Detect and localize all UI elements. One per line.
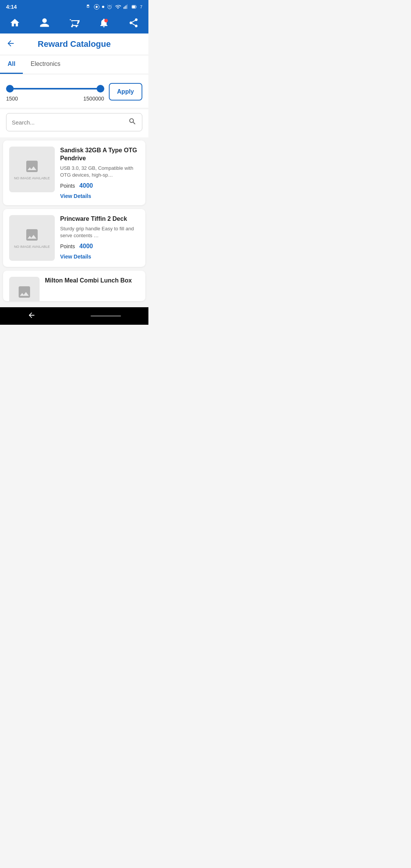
- range-max-label: 1500000: [83, 96, 104, 102]
- nav-share[interactable]: [128, 18, 139, 28]
- filter-row: 1500 1500000 Apply: [6, 82, 142, 102]
- battery-percent: 7: [140, 5, 142, 9]
- points-label: Points: [60, 183, 75, 189]
- nav-cart[interactable]: [69, 18, 80, 28]
- product-card: NO IMAGE AVAILABLE Princware Tiffin 2 De…: [3, 209, 145, 267]
- wifi-icon: [115, 4, 121, 10]
- product-info: Princware Tiffin 2 Deck Sturdy grip hand…: [60, 215, 139, 261]
- header: Reward Catalogue: [0, 34, 148, 55]
- nav-home[interactable]: [10, 18, 20, 28]
- apply-button[interactable]: Apply: [109, 83, 142, 101]
- range-thumb-right[interactable]: [97, 85, 104, 93]
- view-details-button[interactable]: View Details: [60, 193, 139, 199]
- product-description: Sturdy grip handle Easy to fill and serv…: [60, 225, 139, 239]
- product-image: NO IMAGE AVAILABLE: [9, 147, 55, 192]
- price-range-slider[interactable]: 1500 1500000: [6, 82, 104, 102]
- product-description: USB 3.0, 32 GB, Compatible with OTG devi…: [60, 165, 139, 179]
- status-icons: 7: [86, 4, 142, 10]
- filter-section: 1500 1500000 Apply: [0, 74, 148, 108]
- status-bar: 4:14 7: [0, 0, 148, 14]
- svg-rect-9: [127, 5, 127, 9]
- product-card: NO IMAGE AVAILABLE Sandisk 32GB A Type O…: [3, 140, 145, 205]
- svg-rect-8: [126, 5, 126, 9]
- back-button[interactable]: [6, 39, 15, 49]
- signal-icon: [123, 4, 129, 10]
- svg-rect-6: [123, 7, 124, 9]
- nav-notifications[interactable]: [99, 18, 109, 28]
- search-wrapper: [6, 113, 142, 131]
- product-card: Milton Meal Combi Lunch Box: [3, 271, 145, 301]
- dot-indicator: [102, 6, 104, 8]
- tab-all[interactable]: All: [0, 55, 23, 74]
- back-nav-icon[interactable]: [27, 311, 36, 321]
- points-label: Points: [60, 243, 75, 249]
- no-image-label: NO IMAGE AVAILABLE: [14, 176, 50, 180]
- product-name: Milton Meal Combi Lunch Box: [45, 277, 139, 285]
- search-icon[interactable]: [128, 117, 137, 127]
- sim-icon: [86, 4, 91, 10]
- status-time: 4:14: [6, 4, 17, 10]
- product-points: Points 4000: [60, 182, 139, 189]
- range-track: [6, 88, 104, 89]
- product-image: NO IMAGE AVAILABLE: [9, 215, 55, 261]
- svg-rect-7: [124, 6, 125, 9]
- range-thumb-left[interactable]: [6, 85, 14, 93]
- top-nav: [0, 14, 148, 34]
- points-value: 4000: [80, 243, 93, 249]
- tab-electronics[interactable]: Electronics: [23, 55, 68, 74]
- alarm-icon: [107, 4, 113, 10]
- product-name: Princware Tiffin 2 Deck: [60, 215, 139, 223]
- page-title: Reward Catalogue: [20, 39, 142, 49]
- product-image: [9, 277, 40, 301]
- search-input[interactable]: [12, 119, 128, 126]
- view-details-button[interactable]: View Details: [60, 254, 139, 260]
- svg-point-12: [104, 19, 108, 22]
- product-name: Sandisk 32GB A Type OTG Pendrive: [60, 147, 139, 163]
- product-points: Points 4000: [60, 243, 139, 250]
- nav-profile[interactable]: [39, 18, 50, 28]
- whatsapp-icon: [94, 4, 100, 10]
- product-list: NO IMAGE AVAILABLE Sandisk 32GB A Type O…: [0, 140, 148, 301]
- bottom-bar: [0, 307, 148, 325]
- range-labels: 1500 1500000: [6, 96, 104, 102]
- home-indicator: [91, 315, 121, 317]
- svg-rect-1: [87, 6, 89, 8]
- svg-rect-11: [132, 6, 135, 8]
- product-info: Milton Meal Combi Lunch Box: [45, 277, 139, 295]
- battery-icon: [131, 4, 138, 10]
- no-image-label: NO IMAGE AVAILABLE: [14, 245, 50, 249]
- tabs: All Electronics: [0, 55, 148, 74]
- range-min-label: 1500: [6, 96, 18, 102]
- points-value: 4000: [80, 182, 93, 189]
- search-container: [0, 109, 148, 137]
- product-info: Sandisk 32GB A Type OTG Pendrive USB 3.0…: [60, 147, 139, 199]
